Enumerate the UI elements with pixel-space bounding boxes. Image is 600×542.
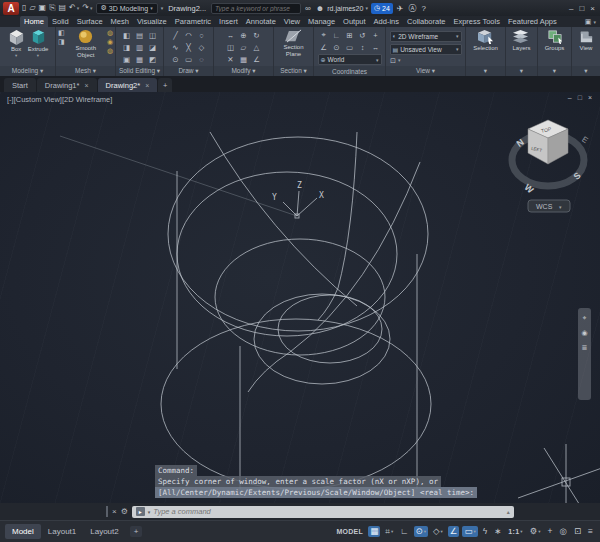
modify-tool-icon-1[interactable]: ↔ [224, 29, 237, 41]
solid-editing-tool-icon-5[interactable]: ▥ [133, 41, 146, 53]
qat-customize-icon[interactable]: ▾ [161, 5, 164, 11]
help-icon[interactable]: ? [421, 4, 427, 13]
search-binoculars-icon[interactable]: ∞ [304, 4, 312, 13]
plot-icon[interactable]: ▤ [59, 4, 67, 12]
model-space-toggle[interactable]: MODEL [334, 527, 365, 536]
visual-style-dropdown[interactable]: ◐ 2D Wireframe ▾ [390, 31, 462, 42]
draw-tool-icon-6[interactable]: ◇ [195, 41, 208, 53]
draw-tool-icon-3[interactable]: ○ [195, 29, 208, 41]
modify-tool-icon-6[interactable]: △ [250, 41, 263, 53]
clean-screen-icon[interactable]: ⊡ [572, 526, 583, 537]
drawing-close-icon[interactable]: × [588, 94, 592, 101]
snap-mode-icon[interactable]: ⌗▾ [383, 526, 395, 537]
ribbon-tab-surface[interactable]: Surface [73, 16, 107, 27]
smooth-object-button[interactable]: Smooth Object [67, 29, 105, 58]
mesh-sphere-icon-1[interactable]: ◍ [107, 29, 113, 37]
chevron-down-icon[interactable]: ▾ [90, 5, 93, 11]
navbar-tool-icon-2[interactable]: ◉ [581, 329, 587, 337]
navbar-tool-icon-1[interactable]: ⌖ [583, 314, 587, 322]
draw-tool-icon-9[interactable]: ◌ [195, 53, 208, 65]
draw-tool-icon-2[interactable]: ◠ [182, 29, 195, 41]
coordinates-tool-icon-7[interactable]: ⊙ [330, 41, 343, 53]
modify-tool-icon-2[interactable]: ⊕ [237, 29, 250, 41]
coordinates-tool-icon-6[interactable]: ∠ [317, 41, 330, 53]
save-as-icon[interactable]: ⎘ [49, 4, 55, 12]
draw-tool-icon-5[interactable]: ╳ [182, 41, 195, 53]
viewcube-cube[interactable]: TOP LEFT [528, 120, 568, 164]
drawing-restore-icon[interactable]: □ [578, 94, 582, 101]
solid-editing-tool-icon-8[interactable]: ▦ [133, 53, 146, 65]
undo-icon[interactable]: ↶ [69, 4, 76, 12]
coordinates-tool-icon-5[interactable]: + [369, 29, 382, 41]
app-store-icon[interactable]: Ⓐ [408, 3, 418, 14]
chevron-down-icon[interactable]: ▾ [441, 529, 443, 534]
panel-label-view[interactable]: View ▾ [386, 66, 465, 76]
chevron-down-icon[interactable]: ▾ [520, 529, 522, 534]
signin-user[interactable]: ☻ rd.jaimes20 ▾ [315, 4, 368, 13]
ribbon-tab-visualize[interactable]: Visualize [133, 16, 171, 27]
new-drawing-tab-button[interactable]: + [158, 78, 172, 92]
box-button[interactable]: Box ▾ [7, 29, 26, 59]
close-tab-icon[interactable]: × [145, 82, 149, 89]
chevron-down-icon[interactable]: ▾ [148, 509, 151, 515]
modify-tool-icon-9[interactable]: ∠ [250, 53, 263, 65]
panel-label-view-right[interactable]: ▾ [572, 66, 600, 76]
annotation-scale-label[interactable]: 1:1▾ [506, 527, 524, 536]
panel-label-solid-editing[interactable]: Solid Editing ▾ [116, 66, 163, 76]
ribbon-options-icon[interactable]: ▣ [585, 18, 592, 26]
customization-menu-icon[interactable]: ≡ [586, 526, 595, 537]
layout-tab-model[interactable]: Model [5, 524, 41, 539]
panel-label-modeling[interactable]: Modeling ▾ [0, 66, 55, 76]
modify-tool-icon-4[interactable]: ◫ [224, 41, 237, 53]
navbar-tool-icon-3[interactable]: ≣ [582, 344, 588, 352]
solid-editing-tool-icon-9[interactable]: ◩ [146, 53, 159, 65]
mesh-tool-icon-1[interactable]: ◧ [58, 29, 65, 37]
layout-tab-layout1[interactable]: Layout1 [41, 524, 83, 539]
ribbon-tab-parametric[interactable]: Parametric [171, 16, 215, 27]
stay-connected-icon[interactable]: ✈ [396, 4, 405, 13]
chevron-down-icon[interactable]: ▾ [473, 529, 475, 534]
mesh-sphere-icon-3[interactable]: ◍ [107, 47, 113, 55]
ucs-world-dropdown[interactable]: ⊕ World ▾ [318, 54, 382, 65]
ribbon-tab-solid[interactable]: Solid [48, 16, 73, 27]
minimize-icon[interactable]: – [569, 4, 573, 13]
redo-icon[interactable]: ↷ [82, 4, 89, 12]
ribbon-tab-featured-apps[interactable]: Featured Apps [504, 16, 561, 27]
viewport-controls-label[interactable]: [-][Custom View][2D Wireframe] [7, 95, 112, 104]
maximize-icon[interactable]: □ [579, 4, 584, 13]
coordinates-tool-icon-8[interactable]: ▭ [343, 41, 356, 53]
solid-editing-tool-icon-7[interactable]: ▣ [120, 53, 133, 65]
command-input-field[interactable]: ▸ ▾ ▴ [132, 506, 514, 518]
extrude-button[interactable]: Extrude ▾ [28, 29, 49, 59]
chevron-down-icon[interactable]: ▾ [538, 529, 540, 534]
file-tab-start[interactable]: Start [4, 78, 36, 92]
coordinates-tool-icon-3[interactable]: ⊞ [343, 29, 356, 41]
panel-label-groups[interactable]: ▾ [538, 66, 571, 76]
draw-tool-icon-1[interactable]: ╱ [169, 29, 182, 41]
search-input[interactable] [215, 5, 297, 12]
chevron-down-icon[interactable]: ▾ [593, 19, 596, 25]
draw-tool-icon-4[interactable]: ∿ [169, 41, 182, 53]
grid-display-icon[interactable]: ▦ [368, 526, 380, 537]
object-snap-icon[interactable]: ▭▾ [462, 526, 477, 537]
layers-button[interactable]: Layers [512, 29, 530, 52]
command-bar-grip[interactable] [106, 506, 108, 517]
recent-commands-icon[interactable]: ▴ [507, 508, 510, 515]
solid-editing-tool-icon-1[interactable]: ◧ [120, 29, 133, 41]
ribbon-tab-home[interactable]: Home [20, 16, 48, 27]
trial-timer-badge[interactable]: ◷ 24 [371, 3, 393, 14]
drawing-minimize-icon[interactable]: – [568, 94, 572, 101]
solid-editing-tool-icon-4[interactable]: ◨ [120, 41, 133, 53]
app-logo-icon[interactable]: A [3, 2, 19, 15]
workspace-switching-icon[interactable]: ⚙▾ [528, 526, 543, 537]
panel-label-mesh[interactable]: Mesh ▾ [56, 66, 115, 76]
annotation-monitor-icon[interactable]: + [546, 526, 555, 537]
file-tab-drawing1[interactable]: Drawing1*× [37, 78, 97, 92]
open-file-icon[interactable]: ▱ [29, 4, 35, 12]
ribbon-tab-output[interactable]: Output [339, 16, 370, 27]
viewcube[interactable]: N E S W TOP LEFT WCS ▾ [504, 112, 596, 220]
solid-editing-tool-icon-2[interactable]: ▤ [133, 29, 146, 41]
modify-tool-icon-8[interactable]: ▦ [237, 53, 250, 65]
navigation-bar[interactable]: ⌖◉≣ [578, 308, 591, 400]
modify-tool-icon-5[interactable]: ▱ [237, 41, 250, 53]
